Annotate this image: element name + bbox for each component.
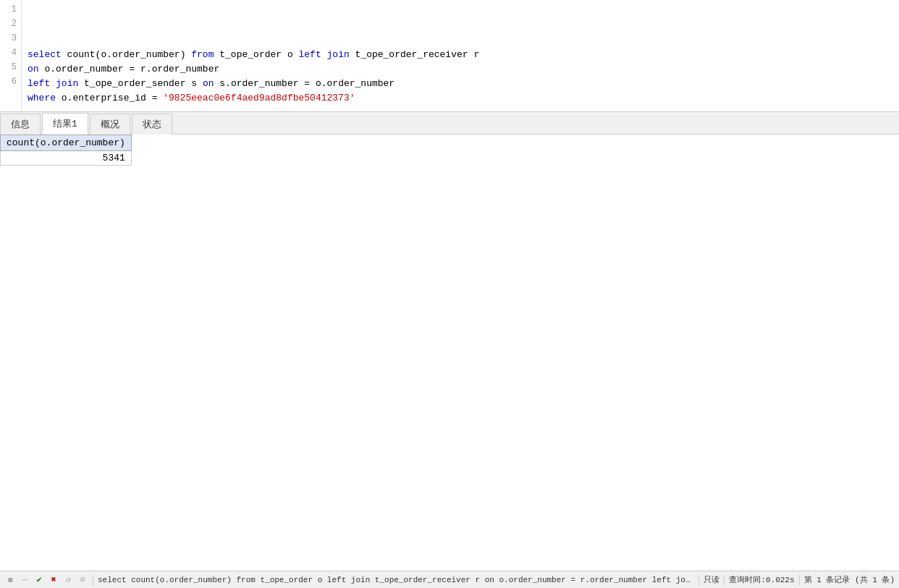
code-token: o.order_number = r.order_number: [39, 62, 220, 77]
code-line-4: where o.enterprise_id = '9825eeac0e6f4ae…: [28, 91, 893, 106]
divider4: [799, 575, 800, 585]
tab-概况[interactable]: 概况: [90, 114, 130, 135]
divider3: [724, 575, 725, 585]
results-header-row: count(o.order_number): [1, 135, 132, 151]
line-number-1: 1: [0, 3, 21, 17]
code-token: left: [299, 48, 321, 63]
code-token: s.order_number = o.order_number: [214, 77, 395, 92]
table-row: 5341: [1, 151, 132, 166]
tab-结果1[interactable]: 结果1: [42, 113, 88, 135]
status-icons: ◼─✔✖↺⊘: [4, 574, 88, 586]
line-number-3: 3: [0, 32, 21, 46]
code-token: join: [56, 77, 78, 92]
code-token: left: [28, 77, 50, 92]
code-token: t_ope_order o: [214, 48, 298, 63]
code-token: [50, 77, 56, 92]
status-query-time: 查询时间:0.022s: [729, 574, 794, 585]
code-token: t_ope_order_receiver r: [350, 48, 479, 63]
results-tbody: 5341: [1, 151, 132, 166]
results-column-header: count(o.order_number): [1, 135, 132, 151]
stop-icon[interactable]: ◼: [4, 574, 16, 586]
code-token: o.enterprise_id =: [56, 91, 163, 106]
results-table: count(o.order_number) 5341: [0, 135, 132, 166]
code-token: [321, 48, 327, 63]
code-line-2: on o.order_number = r.order_number: [28, 62, 893, 77]
status-readonly: 只读: [704, 574, 719, 585]
line-number-6: 6: [0, 75, 21, 90]
refresh-icon[interactable]: ↺: [62, 574, 74, 586]
line-number-4: 4: [0, 46, 21, 61]
code-line-1: select count(o.order_number) from t_ope_…: [28, 48, 893, 62]
code-token: where: [28, 91, 56, 106]
results-thead: count(o.order_number): [1, 135, 132, 151]
code-token: on: [28, 62, 39, 77]
code-token: from: [191, 48, 214, 63]
code-content[interactable]: select count(o.order_number) from t_ope_…: [22, 0, 899, 111]
minus-icon[interactable]: ─: [19, 574, 30, 586]
line-numbers: 123456: [0, 0, 22, 111]
code-line-5: [28, 106, 893, 111]
divider: [93, 575, 93, 585]
code-token: '9825eeac0e6f4aed9ad8dfbe50412373': [163, 91, 355, 106]
tab-状态[interactable]: 状态: [132, 114, 172, 135]
code-token: join: [327, 48, 350, 63]
table-cell: 5341: [1, 151, 132, 166]
divider2: [698, 575, 699, 585]
code-token: select: [28, 48, 62, 63]
code-line-3: left join t_ope_order_sender s on s.orde…: [28, 77, 893, 91]
check-icon[interactable]: ✔: [33, 574, 45, 586]
code-token: t_ope_order_sender s: [78, 77, 203, 92]
status-bar: ◼─✔✖↺⊘ select count(o.order_number) from…: [0, 571, 899, 588]
tab-信息[interactable]: 信息: [0, 114, 41, 135]
status-sql-text: select count(o.order_number) from t_ope_…: [98, 576, 694, 584]
tabs-bar: 信息结果1概况状态: [0, 112, 899, 135]
status-records: 第 1 条记录 (共 1 条): [804, 574, 895, 585]
line-number-2: 2: [0, 17, 21, 32]
close-icon[interactable]: ✖: [48, 574, 59, 586]
code-token: on: [203, 77, 214, 92]
results-area[interactable]: count(o.order_number) 5341: [0, 135, 899, 571]
code-token: count(o.order_number): [62, 48, 191, 63]
line-number-5: 5: [0, 61, 21, 75]
cancel-icon[interactable]: ⊘: [77, 574, 88, 586]
editor-area: 123456 select count(o.order_number) from…: [0, 0, 899, 112]
